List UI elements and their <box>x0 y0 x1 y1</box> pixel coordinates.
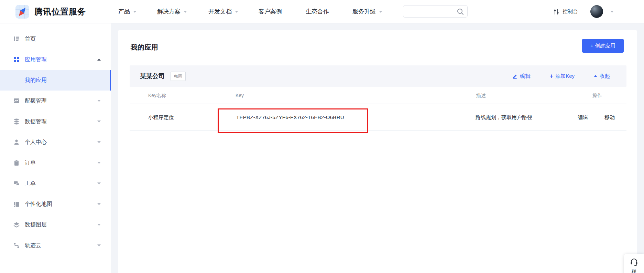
support-label: 联 <box>624 269 644 273</box>
nav-item-customer-cases[interactable]: 客户案例 <box>259 0 282 23</box>
sidebar-item-track-cloud[interactable]: 轨迹云 <box>0 235 111 256</box>
col-header-key-name: Key名称 <box>148 93 166 99</box>
sidebar-item-app-management[interactable]: 应用管理 <box>0 49 111 70</box>
collapse-button[interactable]: 收起 <box>594 73 610 80</box>
content-panel: 我的应用 + 创建应用 某某公司 电商 编辑 + 添加Key <box>118 30 637 273</box>
key-table-header: Key名称 Key 描述 操作 <box>130 87 626 104</box>
nav-item-solutions[interactable]: 解决方案 <box>157 0 187 23</box>
page-title: 我的应用 <box>131 43 158 52</box>
row-edit-link[interactable]: 编辑 <box>578 114 588 121</box>
nav-search <box>403 5 468 18</box>
search-input[interactable] <box>407 6 456 17</box>
add-key-button[interactable]: + 添加Key <box>550 73 575 80</box>
sidebar-item-home[interactable]: 首页 <box>0 29 111 49</box>
brand-logo-text: 腾讯位置服务 <box>34 6 86 17</box>
sidebar-item-custom-map[interactable]: 个性化地图 <box>0 194 111 214</box>
nav-item-products[interactable]: 产品 <box>118 0 137 23</box>
map-icon <box>13 201 20 208</box>
chevron-down-icon <box>97 244 101 246</box>
chevron-down-icon <box>97 141 101 143</box>
sidebar-item-data-management[interactable]: 数据管理 <box>0 111 111 132</box>
chevron-down-icon <box>97 100 101 102</box>
clipboard-icon <box>13 159 20 166</box>
chevron-down-icon <box>97 224 101 226</box>
user-icon <box>13 139 20 146</box>
nav-item-service-upgrade[interactable]: 服务升级 <box>352 0 382 23</box>
sidebar-item-my-apps[interactable]: 我的应用 <box>0 70 111 91</box>
plus-icon: + <box>550 74 554 78</box>
key-table-row: 小程序定位 TEPBZ-XZ76J-5ZYF6-FX762-T6EB2-O6BR… <box>130 104 626 131</box>
chevron-down-icon <box>184 11 187 13</box>
nav-item-ecosystem[interactable]: 生态合作 <box>306 0 329 23</box>
key-name-cell: 小程序定位 <box>148 114 174 121</box>
col-header-key: Key <box>236 93 244 98</box>
sliders-icon <box>553 8 560 15</box>
grid-icon <box>13 56 20 63</box>
chat-icon <box>13 180 20 187</box>
col-header-operation: 操作 <box>592 93 602 99</box>
compass-logo-icon <box>15 4 30 19</box>
chevron-down-icon <box>97 203 101 205</box>
route-icon <box>13 242 20 249</box>
user-avatar[interactable] <box>590 5 603 18</box>
brand-logo[interactable]: 腾讯位置服务 <box>15 4 86 19</box>
company-name: 某某公司 <box>140 72 165 80</box>
console-link[interactable]: 控制台 <box>553 0 578 23</box>
top-navbar: 腾讯位置服务 产品 解决方案 开发文档 客户案例 生态合作 服务升级 控制台 <box>0 0 644 23</box>
sidebar-item-tickets[interactable]: 工单 <box>0 173 111 194</box>
support-widget[interactable]: 联 <box>624 254 644 273</box>
key-description-cell: 路线规划，获取用户路径 <box>476 114 532 121</box>
col-header-description: 描述 <box>476 93 486 99</box>
search-icon[interactable] <box>457 8 464 15</box>
pencil-icon <box>513 73 518 79</box>
chart-icon <box>13 97 20 104</box>
chevron-down-icon <box>97 162 101 164</box>
row-move-link-disabled[interactable]: 移动 <box>604 114 615 121</box>
list-icon <box>13 35 20 42</box>
edit-app-button[interactable]: 编辑 <box>513 73 531 80</box>
database-icon <box>13 118 20 125</box>
chevron-down-icon <box>97 120 101 123</box>
app-card: 某某公司 电商 编辑 + 添加Key <box>130 65 626 131</box>
triangle-up-icon <box>594 75 597 77</box>
chevron-down-icon <box>379 11 382 13</box>
console-label: 控制台 <box>563 8 578 15</box>
sidebar-item-quota-management[interactable]: 配额管理 <box>0 91 111 111</box>
layers-icon <box>13 221 20 228</box>
sidebar-item-data-layers[interactable]: 数据图层 <box>0 214 111 235</box>
app-card-header: 某某公司 电商 编辑 + 添加Key <box>130 65 626 87</box>
nav-item-docs[interactable]: 开发文档 <box>208 0 238 23</box>
card-actions: 编辑 + 添加Key 收起 <box>513 73 610 80</box>
chevron-down-icon <box>133 11 137 13</box>
user-menu-caret-icon[interactable] <box>610 11 614 13</box>
chevron-down-icon <box>235 11 238 13</box>
key-value-cell: TEPBZ-XZ76J-5ZYF6-FX762-T6EB2-O6BRU <box>236 114 344 120</box>
sidebar: 首页 应用管理 我的应用 配额管理 数据管理 <box>0 23 111 273</box>
company-tag-badge: 电商 <box>171 72 186 81</box>
headset-icon <box>630 257 638 266</box>
chevron-down-icon <box>97 182 101 185</box>
chevron-up-icon <box>97 59 101 61</box>
sidebar-item-orders[interactable]: 订单 <box>0 153 111 173</box>
sidebar-item-personal-center[interactable]: 个人中心 <box>0 132 111 153</box>
create-app-button[interactable]: + 创建应用 <box>582 39 624 53</box>
